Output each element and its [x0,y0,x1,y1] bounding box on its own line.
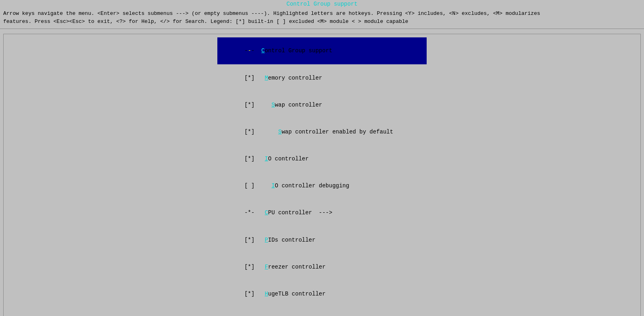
prefix-hugetlb: [*] [244,291,264,297]
label-freezer: Freezer controller [265,264,326,270]
hl-io-debug: I [271,183,275,189]
menu-item-io[interactable]: [*] IO controller [217,146,427,172]
label-swap: Swap controller [271,102,322,108]
hl-hugetlb: H [265,291,268,297]
hl-freezer: F [265,264,268,270]
hl-pids: P [265,237,268,243]
menu-item-header[interactable]: --- Control Group support [217,37,427,64]
label-io: IO controller [265,156,309,162]
label-swap-default: Swap controller enabled by default [278,129,393,135]
menu-item-io-debug[interactable]: [ ] IO controller debugging [217,172,427,199]
label-hugetlb: HugeTLB controller [265,291,326,297]
prefix-header2: - [251,47,254,54]
prefix-freezer: [*] [244,264,264,270]
title-text: Control Group support [287,1,357,7]
menu-item-memory[interactable]: [*] Memory controller [217,64,427,91]
label-pids: PIDs controller [265,237,316,243]
hl-io: I [265,156,268,162]
help-line1: Arrow keys navigate the menu. <Enter> se… [3,10,641,18]
title-bar: Control Group support [0,0,644,8]
menu-item-freezer[interactable]: [*] Freezer controller [217,253,427,280]
menu-item-swap-default[interactable]: [*] Swap controller enabled by default [217,119,427,146]
hl-swap-default: S [278,129,281,135]
label-memory: Memory controller [265,75,322,81]
help-text: Arrow keys navigate the menu. <Enter> se… [0,8,644,27]
cursor-char: - [248,47,251,54]
label-io-debug: IO controller debugging [271,183,349,189]
prefix-swap-default: [*] [244,129,278,135]
menu-item-hugetlb[interactable]: [*] HugeTLB controller [217,281,427,308]
help-line2: features. Press <Esc><Esc> to exit, <?> … [3,18,641,26]
hl-swap: S [271,102,275,108]
label-cpu: CPU controller ---> [265,209,332,216]
prefix-header: - [244,47,248,54]
menu-box[interactable]: --- Control Group support [*] Memory con… [3,34,641,316]
prefix-pids: [*] [244,237,264,243]
menu-item-cpuset[interactable]: [*] Cpuset controller [217,308,427,316]
menu-item-cpu[interactable]: -*- CPU controller ---> [217,199,427,226]
label-header: Control Group support [261,47,332,54]
menu-items: --- Control Group support [*] Memory con… [5,37,639,316]
menu-item-pids[interactable]: [*] PIDs controller [217,226,427,253]
hl-memory: M [265,75,268,81]
hl-header: C [261,47,264,54]
main-content: --- Control Group support [*] Memory con… [0,31,644,316]
prefix-swap: [*] [244,102,271,108]
divider [0,29,644,29]
prefix-io: [*] [244,156,264,162]
menu-item-swap[interactable]: [*] Swap controller [217,91,427,118]
hl-cpu: C [265,209,268,216]
prefix-cpu: -*- [244,209,264,216]
prefix-memory: [*] [244,75,264,81]
prefix-io-debug: [ ] [244,183,271,189]
